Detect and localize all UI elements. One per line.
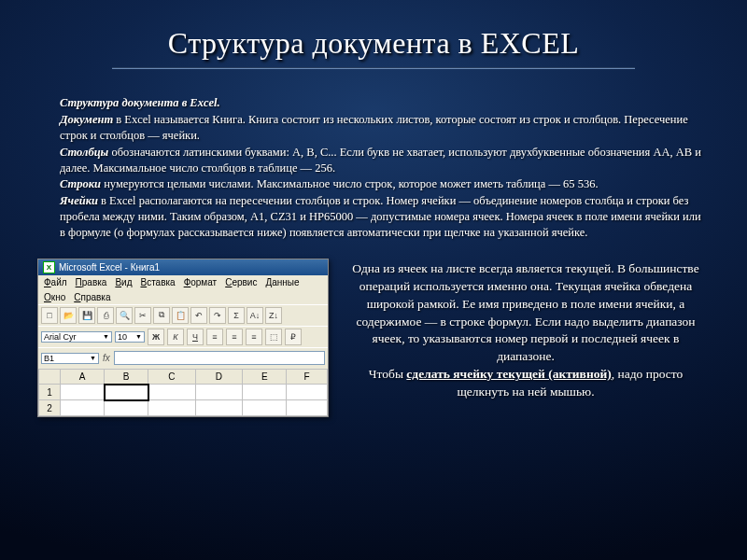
text-p3: нумеруются целыми числами. Максимальное …: [101, 177, 599, 190]
font-name: Arial Cyr: [44, 332, 77, 342]
slide-title: Структура документа в EXCEL: [0, 0, 747, 61]
sort-asc-icon[interactable]: A↓: [247, 307, 263, 324]
col-header[interactable]: A: [61, 369, 105, 385]
new-icon[interactable]: □: [41, 307, 58, 324]
menu-item[interactable]: Вид: [112, 276, 134, 288]
term-columns: Столбцы: [60, 146, 108, 159]
excel-grid: ABCDEF12: [38, 369, 328, 416]
cell[interactable]: [61, 385, 105, 400]
excel-toolbar-standard: □ 📂 💾 ⎙ 🔍 ✂ ⧉ 📋 ↶ ↷ Σ A↓ Z↓: [38, 304, 328, 326]
cell[interactable]: [105, 400, 148, 416]
save-icon[interactable]: 💾: [78, 307, 95, 324]
cell[interactable]: [148, 385, 196, 400]
menu-item[interactable]: Формат: [181, 276, 220, 288]
cell[interactable]: [243, 400, 287, 416]
name-box[interactable]: B1▼: [41, 353, 99, 364]
aside-text: Одна из ячеек на листе всегда является т…: [349, 259, 710, 417]
col-header[interactable]: C: [148, 369, 196, 385]
copy-icon[interactable]: ⧉: [153, 307, 170, 324]
excel-title-text: Microsoft Excel - Книга1: [59, 262, 160, 273]
chevron-down-icon: ▼: [135, 333, 142, 340]
menu-item[interactable]: Справка: [71, 291, 113, 303]
formula-bar[interactable]: [114, 351, 325, 365]
excel-namebox-row: B1▼ fx: [38, 347, 328, 369]
excel-toolbar-format: Arial Cyr▼ 10▼ Ж К Ч ≡ ≡ ≡ ⬚ ₽: [38, 326, 328, 347]
cell[interactable]: [287, 385, 328, 400]
font-combo[interactable]: Arial Cyr▼: [41, 331, 112, 343]
excel-menubar: ФайлПравкаВидВставкаФорматСервисДанныеОк…: [38, 275, 328, 304]
term-rows: Строки: [60, 177, 101, 190]
menu-item[interactable]: Вставка: [137, 276, 177, 288]
cell[interactable]: [287, 400, 328, 416]
chevron-down-icon: ▼: [103, 333, 109, 340]
fx-icon[interactable]: fx: [103, 353, 110, 363]
font-size: 10: [118, 332, 127, 342]
italic-icon[interactable]: К: [167, 329, 184, 345]
menu-item[interactable]: Правка: [73, 276, 110, 288]
cell[interactable]: [195, 385, 243, 400]
cell[interactable]: [61, 400, 105, 416]
excel-titlebar: X Microsoft Excel - Книга1: [38, 259, 328, 275]
preview-icon[interactable]: 🔍: [116, 307, 133, 324]
bold-icon[interactable]: Ж: [148, 329, 164, 345]
row-header[interactable]: 2: [39, 400, 61, 416]
aside-p2a: Чтобы: [369, 367, 407, 381]
chevron-down-icon: ▼: [90, 355, 96, 361]
excel-app-icon: X: [43, 261, 55, 273]
menu-item[interactable]: Файл: [41, 276, 70, 288]
menu-item[interactable]: Сервис: [222, 276, 260, 288]
excel-window: X Microsoft Excel - Книга1 ФайлПравкаВид…: [37, 259, 329, 417]
select-all-corner[interactable]: [39, 369, 61, 385]
col-header[interactable]: B: [105, 369, 148, 385]
cell[interactable]: [243, 385, 287, 400]
menu-item[interactable]: Данные: [262, 276, 302, 288]
text-p2: обозначаются латинскими буквами: А, В, С…: [60, 146, 701, 175]
text-p4: в Excel располагаются на пересечении сто…: [60, 194, 701, 239]
paste-icon[interactable]: 📋: [172, 307, 189, 324]
sum-icon[interactable]: Σ: [228, 307, 245, 324]
merge-icon[interactable]: ⬚: [265, 329, 282, 345]
term-document: Документ: [60, 113, 113, 126]
underline-icon[interactable]: Ч: [187, 329, 204, 345]
aside-p2-highlight: сделать ячейку текущей (активной): [406, 367, 611, 381]
sort-desc-icon[interactable]: Z↓: [265, 307, 282, 324]
name-box-value: B1: [44, 354, 54, 363]
undo-icon[interactable]: ↶: [190, 307, 207, 324]
intro-heading: Структура документа в Excel.: [60, 96, 220, 109]
col-header[interactable]: E: [243, 369, 287, 385]
col-header[interactable]: D: [195, 369, 243, 385]
intro-content: Структура документа в Excel. Документ в …: [0, 69, 747, 241]
cell[interactable]: [105, 385, 148, 400]
cell[interactable]: [148, 400, 196, 416]
row-header[interactable]: 1: [39, 385, 61, 400]
currency-icon[interactable]: ₽: [285, 329, 302, 345]
align-left-icon[interactable]: ≡: [206, 329, 223, 345]
term-cells: Ячейки: [60, 194, 98, 207]
col-header[interactable]: F: [287, 369, 328, 385]
menu-item[interactable]: Окно: [41, 291, 68, 303]
text-p1: в Excel называется Книга. Книга состоит …: [60, 113, 688, 142]
align-right-icon[interactable]: ≡: [246, 329, 262, 345]
fontsize-combo[interactable]: 10▼: [115, 331, 145, 343]
cell[interactable]: [195, 400, 243, 416]
open-icon[interactable]: 📂: [60, 307, 77, 324]
redo-icon[interactable]: ↷: [209, 307, 226, 324]
print-icon[interactable]: ⎙: [97, 307, 114, 324]
aside-p1: Одна из ячеек на листе всегда является т…: [349, 260, 702, 366]
align-center-icon[interactable]: ≡: [226, 329, 243, 345]
cut-icon[interactable]: ✂: [134, 307, 151, 324]
